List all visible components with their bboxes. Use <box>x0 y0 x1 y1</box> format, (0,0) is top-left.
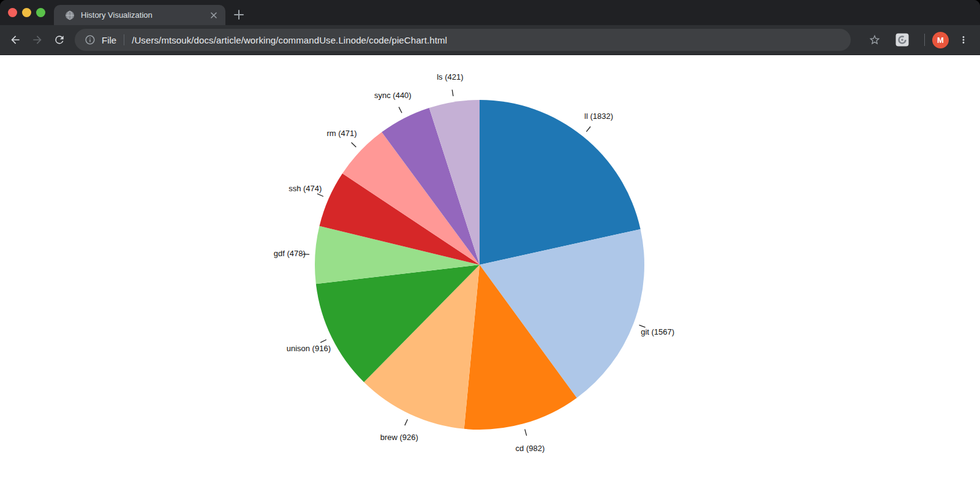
back-button[interactable] <box>7 32 23 48</box>
slice-label-ll: ll (1832) <box>584 112 613 121</box>
browser-window: History Visualization <box>0 0 980 486</box>
tab-strip: History Visualization <box>0 0 980 25</box>
slice-label-ls: ls (421) <box>437 72 463 82</box>
tab-title: History Visualization <box>81 10 205 20</box>
slice-label-brew: brew (926) <box>380 433 418 442</box>
slice-label-ssh: ssh (474) <box>288 184 322 193</box>
forward-button[interactable] <box>29 32 45 48</box>
forward-arrow-icon <box>31 34 43 46</box>
slice-tick-ls <box>452 89 453 96</box>
address-bar[interactable]: File /Users/mtsouk/docs/article/working/… <box>75 29 851 51</box>
toolbar-separator <box>924 34 925 46</box>
window-controls <box>8 8 45 17</box>
slice-tick-cd <box>525 429 527 435</box>
slice-tick-unison <box>320 340 326 343</box>
browser-menu-icon[interactable] <box>956 32 971 48</box>
site-info-icon[interactable] <box>85 34 96 45</box>
url-scheme-label: File <box>102 35 116 45</box>
pie-chart: ll (1832)git (1567)cd (982)brew (926)uni… <box>0 55 980 486</box>
slice-label-rm: rm (471) <box>326 129 356 138</box>
url-text: /Users/mtsouk/docs/article/working/comma… <box>132 35 447 45</box>
slice-tick-sync <box>399 107 402 113</box>
fullscreen-window-button[interactable] <box>36 8 45 17</box>
slice-label-unison: unison (916) <box>287 344 331 353</box>
globe-favicon-icon <box>65 10 75 20</box>
toolbar: File /Users/mtsouk/docs/article/working/… <box>0 25 980 55</box>
minimize-window-button[interactable] <box>22 8 31 17</box>
slice-tick-ll <box>586 127 590 132</box>
slice-label-cd: cd (982) <box>516 444 545 453</box>
slice-tick-rm <box>352 143 356 147</box>
plus-icon <box>234 10 244 20</box>
bookmark-star-icon[interactable] <box>867 32 883 48</box>
toolbar-right-group: M <box>867 32 971 48</box>
slice-tick-ssh <box>317 194 323 196</box>
slice-label-sync: sync (440) <box>374 91 412 100</box>
tab-history-visualization[interactable]: History Visualization <box>54 5 225 25</box>
reload-icon <box>53 34 66 46</box>
slice-label-git: git (1567) <box>641 327 674 336</box>
page-content: ll (1832)git (1567)cd (982)brew (926)uni… <box>0 55 980 486</box>
back-arrow-icon <box>9 34 21 46</box>
reload-button[interactable] <box>51 32 67 48</box>
extension-icon[interactable] <box>895 33 909 47</box>
profile-avatar[interactable]: M <box>932 32 949 48</box>
slice-tick-brew <box>405 419 408 425</box>
slice-label-gdf: gdf (478) <box>274 249 306 258</box>
tab-close-icon[interactable] <box>209 11 218 20</box>
new-tab-button[interactable] <box>233 9 245 21</box>
url-separator <box>124 34 124 45</box>
close-window-button[interactable] <box>8 8 17 17</box>
